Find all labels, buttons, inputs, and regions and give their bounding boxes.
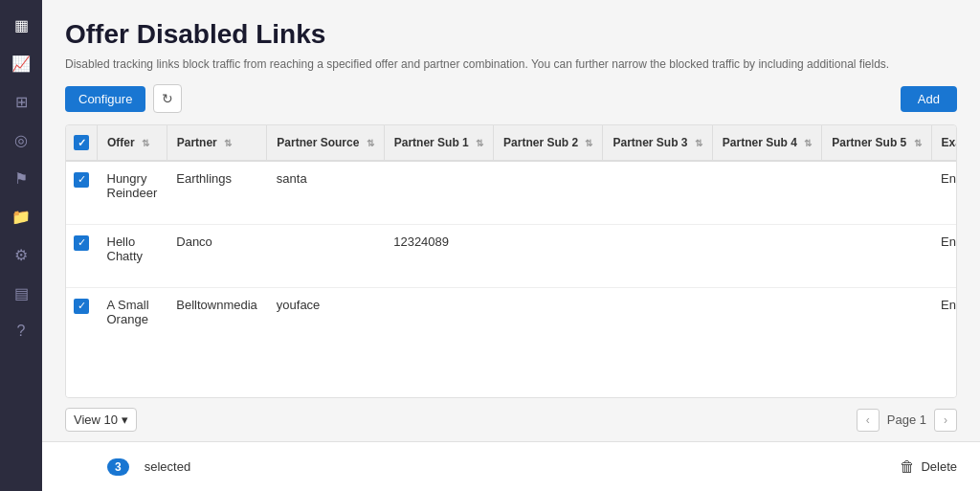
table-row: A Small OrangeBelltownmediayoufaceEnable… <box>66 288 957 351</box>
sidebar-item-grid2[interactable]: ▤ <box>4 276 38 310</box>
row-checkbox[interactable] <box>74 235 89 251</box>
flag-icon: ⚑ <box>14 169 28 188</box>
cell-partner_sub4 <box>712 288 821 351</box>
view-select[interactable]: View 10 ▾ <box>65 408 137 432</box>
cell-partner_sub3 <box>603 161 712 225</box>
trash-icon: 🗑 <box>900 458 915 476</box>
partner-sort-icon: ⇅ <box>224 138 232 148</box>
sidebar-item-chart[interactable]: 📈 <box>4 46 38 80</box>
cell-offer: Hungry Reindeer <box>98 161 167 225</box>
partner-sub1-sort-icon: ⇅ <box>476 138 483 148</box>
pagination-controls: ‹ Page 1 › <box>857 409 957 432</box>
page-label: Page 1 <box>887 413 926 427</box>
sidebar-item-flag[interactable]: ⚑ <box>4 161 38 195</box>
cell-partner_sub2 <box>494 288 603 351</box>
next-page-button[interactable]: › <box>934 409 957 432</box>
row-checkbox[interactable] <box>74 299 89 314</box>
cell-partner_sub5 <box>822 161 931 225</box>
row-checkbox-cell[interactable] <box>66 225 98 288</box>
delete-button[interactable]: 🗑 Delete <box>900 458 957 476</box>
prev-page-button[interactable]: ‹ <box>857 409 880 432</box>
page-description: Disabled tracking links block traffic fr… <box>65 57 957 71</box>
chevron-left-icon: ‹ <box>866 413 870 427</box>
row-checkbox[interactable] <box>74 172 89 188</box>
cell-partner: Belltownmedia <box>167 288 267 351</box>
view-select-label: View 10 <box>74 413 118 427</box>
cell-partner_sub1: 12324089 <box>384 225 493 288</box>
table-row: Hello ChattyDanco12324089EnabledNovember… <box>66 225 957 288</box>
offer-sort-icon: ⇅ <box>142 138 149 148</box>
partner-sub3-sort-icon: ⇅ <box>695 138 702 148</box>
cell-partner_sub4 <box>712 225 821 288</box>
header-partner[interactable]: Partner ⇅ <box>167 125 267 161</box>
broadcast-icon: ◎ <box>14 131 28 149</box>
cell-partner_sub5 <box>822 288 931 351</box>
row-checkbox-cell[interactable] <box>66 161 98 225</box>
select-all-checkbox[interactable] <box>74 135 89 150</box>
refresh-button[interactable]: ↻ <box>153 84 182 113</box>
header-partner-sub1[interactable]: Partner Sub 1 ⇅ <box>384 125 493 161</box>
header-partner-sub5[interactable]: Partner Sub 5 ⇅ <box>822 125 931 161</box>
cell-partner_sub2 <box>494 225 603 288</box>
sidebar: ▦ 📈 ⊞ ◎ ⚑ 📁 ⚙ ▤ ? <box>0 0 42 491</box>
chevron-right-icon: › <box>944 413 947 427</box>
cell-partner_sub1 <box>384 288 493 351</box>
sidebar-item-grid[interactable]: ⊞ <box>4 84 38 119</box>
dashboard-icon: ▦ <box>14 16 29 34</box>
header-partner-source[interactable]: Partner Source ⇅ <box>267 125 384 161</box>
sidebar-item-help[interactable]: ? <box>4 314 38 348</box>
cell-partner: Earthlings <box>167 161 267 225</box>
add-button[interactable]: Add <box>901 86 957 112</box>
apps-icon: ⊞ <box>15 93 28 111</box>
toolbar: Configure ↻ Add <box>65 84 957 113</box>
main-content: Offer Disabled Links Disabled tracking l… <box>42 0 980 491</box>
content-area: Offer Disabled Links Disabled tracking l… <box>42 0 980 441</box>
data-table-container: Offer ⇅ Partner ⇅ Partner Source ⇅ Par <box>65 124 957 398</box>
table-body: Hungry ReindeerEarthlingssantaEnabledNov… <box>66 161 957 350</box>
disabled-links-table: Offer ⇅ Partner ⇅ Partner Source ⇅ Par <box>66 125 957 350</box>
chart-icon: 📈 <box>11 55 31 73</box>
help-icon: ? <box>17 323 26 340</box>
header-checkbox-cell[interactable] <box>66 125 98 161</box>
header-offer[interactable]: Offer ⇅ <box>98 125 167 161</box>
table-header-row: Offer ⇅ Partner ⇅ Partner Source ⇅ Par <box>66 125 957 161</box>
header-partner-sub3[interactable]: Partner Sub 3 ⇅ <box>603 125 712 161</box>
cell-partner_source: santa <box>267 161 384 225</box>
sidebar-item-folder[interactable]: 📁 <box>4 199 38 234</box>
partner-sub5-sort-icon: ⇅ <box>914 138 922 148</box>
folder-icon: 📁 <box>11 208 31 226</box>
header-exact-match[interactable]: Exact Match ⇅ <box>931 125 957 161</box>
row-checkbox-cell[interactable] <box>66 288 98 351</box>
sidebar-item-broadcast[interactable]: ◎ <box>4 123 38 157</box>
table-row: Hungry ReindeerEarthlingssantaEnabledNov… <box>66 161 957 225</box>
partner-sub4-sort-icon: ⇅ <box>804 138 812 148</box>
header-partner-sub4[interactable]: Partner Sub 4 ⇅ <box>712 125 821 161</box>
page-title: Offer Disabled Links <box>65 19 957 50</box>
cell-partner_source: youface <box>267 288 384 351</box>
toolbar-left: Configure ↻ <box>65 84 182 113</box>
cell-partner_source <box>267 225 384 288</box>
cell-partner_sub3 <box>603 225 712 288</box>
partner-sub2-sort-icon: ⇅ <box>585 138 592 148</box>
cell-partner_sub3 <box>603 288 712 351</box>
cell-partner_sub5 <box>822 225 931 288</box>
pagination-area: View 10 ▾ ‹ Page 1 › <box>65 398 957 441</box>
cell-partner: Danco <box>167 225 267 288</box>
settings-icon: ⚙ <box>14 246 28 264</box>
cell-partner_sub4 <box>712 161 821 225</box>
delete-label: Delete <box>921 459 957 474</box>
sidebar-item-settings[interactable]: ⚙ <box>4 237 38 272</box>
cell-offer: Hello Chatty <box>98 225 167 288</box>
cell-offer: A Small Orange <box>98 288 167 351</box>
configure-button[interactable]: Configure <box>65 86 145 112</box>
sidebar-item-dashboard[interactable]: ▦ <box>4 8 38 42</box>
selected-count-badge: 3 <box>107 458 129 476</box>
cell-exact_match: Enabled <box>931 288 957 351</box>
refresh-icon: ↻ <box>162 91 173 106</box>
cell-partner_sub2 <box>494 161 603 225</box>
partner-source-sort-icon: ⇅ <box>367 138 374 148</box>
header-partner-sub2[interactable]: Partner Sub 2 ⇅ <box>494 125 603 161</box>
cell-exact_match: Enabled <box>931 225 957 288</box>
table-icon: ▤ <box>14 284 29 302</box>
cell-partner_sub1 <box>384 161 493 225</box>
